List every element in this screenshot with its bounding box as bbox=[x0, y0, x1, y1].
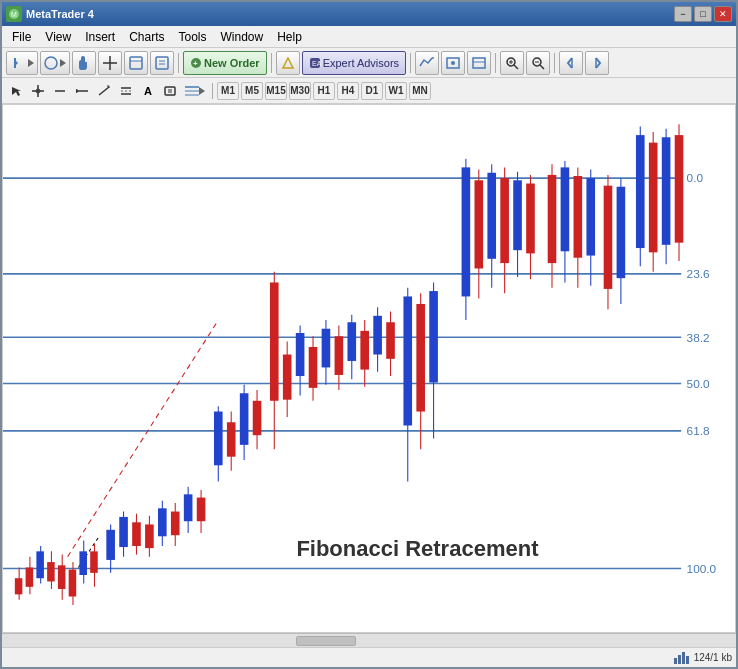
fib-btn[interactable] bbox=[276, 51, 300, 75]
close-button[interactable]: ✕ bbox=[714, 6, 732, 22]
tf-m5[interactable]: M5 bbox=[241, 82, 263, 100]
expert-advisors-button[interactable]: EA Expert Advisors bbox=[302, 51, 406, 75]
toolbar-crosshair-btn[interactable] bbox=[98, 51, 122, 75]
svg-rect-102 bbox=[270, 282, 279, 400]
zoom-out-btn[interactable] bbox=[526, 51, 550, 75]
tf-w1[interactable]: W1 bbox=[385, 82, 407, 100]
svg-line-26 bbox=[540, 65, 544, 69]
toolbar-nav-btn[interactable] bbox=[40, 51, 70, 75]
chart-area[interactable]: 0.0 23.6 38.2 50.0 61.8 100.0 bbox=[2, 104, 736, 633]
menu-window[interactable]: Window bbox=[215, 28, 270, 46]
svg-rect-148 bbox=[604, 186, 613, 289]
svg-rect-74 bbox=[79, 551, 87, 575]
menu-insert[interactable]: Insert bbox=[79, 28, 121, 46]
svg-rect-96 bbox=[227, 422, 236, 456]
toolbar2: A M1 M5 M15 M30 H1 H4 D1 W1 MN bbox=[2, 78, 736, 104]
tf-m30[interactable]: M30 bbox=[289, 82, 311, 100]
toolbar-prop-btn[interactable] bbox=[150, 51, 174, 75]
app-icon: M bbox=[6, 6, 22, 22]
title-bar: M MetaTrader 4 − □ ✕ bbox=[2, 2, 736, 26]
menu-tools[interactable]: Tools bbox=[173, 28, 213, 46]
svg-rect-159 bbox=[674, 658, 677, 664]
window-title: MetaTrader 4 bbox=[26, 8, 94, 20]
toolbar-zoom-btn[interactable] bbox=[124, 51, 148, 75]
menu-charts[interactable]: Charts bbox=[123, 28, 170, 46]
svg-text:+: + bbox=[193, 59, 198, 68]
label-tool[interactable] bbox=[160, 81, 180, 101]
svg-rect-94 bbox=[214, 412, 223, 466]
svg-text:0.0: 0.0 bbox=[687, 171, 704, 185]
scroll-left-btn[interactable] bbox=[559, 51, 583, 75]
tf-h1[interactable]: H1 bbox=[313, 82, 335, 100]
channel-tool[interactable] bbox=[116, 81, 136, 101]
new-order-label: New Order bbox=[204, 57, 260, 69]
chart-title: Fibonacci Retracement bbox=[296, 536, 538, 562]
new-order-button[interactable]: + New Order bbox=[183, 51, 267, 75]
svg-rect-142 bbox=[561, 167, 570, 251]
svg-rect-86 bbox=[158, 508, 167, 536]
text-tool[interactable]: A bbox=[138, 81, 158, 101]
svg-rect-116 bbox=[360, 331, 369, 370]
svg-text:100.0: 100.0 bbox=[687, 562, 717, 576]
svg-rect-92 bbox=[197, 498, 206, 522]
svg-rect-160 bbox=[678, 655, 681, 664]
minimize-button[interactable]: − bbox=[674, 6, 692, 22]
svg-line-22 bbox=[514, 65, 518, 69]
svg-rect-88 bbox=[171, 512, 180, 536]
indicators-btn[interactable] bbox=[415, 51, 439, 75]
svg-rect-154 bbox=[649, 143, 658, 253]
tf-m15[interactable]: M15 bbox=[265, 82, 287, 100]
svg-rect-150 bbox=[617, 187, 626, 278]
maximize-button[interactable]: □ bbox=[694, 6, 712, 22]
zoom-in-btn[interactable] bbox=[500, 51, 524, 75]
arrow-tool[interactable] bbox=[6, 81, 26, 101]
svg-rect-82 bbox=[132, 522, 141, 546]
svg-rect-72 bbox=[69, 570, 77, 597]
line-tool[interactable] bbox=[50, 81, 70, 101]
svg-text:23.6: 23.6 bbox=[687, 267, 710, 281]
scrollbar-thumb[interactable] bbox=[296, 636, 356, 646]
chart-icon bbox=[674, 652, 690, 664]
hline-tool[interactable] bbox=[72, 81, 92, 101]
tf-d1[interactable]: D1 bbox=[361, 82, 383, 100]
toolbar-arrow-btn[interactable] bbox=[6, 51, 38, 75]
main-window: M MetaTrader 4 − □ ✕ FileViewInsertChart… bbox=[0, 0, 738, 669]
svg-rect-134 bbox=[500, 178, 509, 263]
tool-sep-1 bbox=[212, 83, 213, 99]
crosshair-tool[interactable] bbox=[28, 81, 48, 101]
toolbar-sep-1 bbox=[178, 53, 179, 73]
svg-point-35 bbox=[76, 89, 78, 93]
svg-rect-144 bbox=[574, 176, 583, 258]
menu-view[interactable]: View bbox=[39, 28, 77, 46]
svg-rect-98 bbox=[240, 393, 249, 445]
svg-text:50.0: 50.0 bbox=[687, 377, 710, 391]
svg-rect-146 bbox=[586, 178, 595, 255]
svg-rect-64 bbox=[26, 567, 34, 586]
menu-help[interactable]: Help bbox=[271, 28, 308, 46]
svg-rect-112 bbox=[335, 336, 344, 375]
title-bar-left: M MetaTrader 4 bbox=[6, 6, 94, 22]
svg-rect-128 bbox=[462, 167, 471, 296]
svg-rect-158 bbox=[675, 135, 684, 243]
fib-tool[interactable] bbox=[182, 81, 208, 101]
toolbar1: + New Order EA Expert Advisors bbox=[2, 48, 736, 78]
trend-tool[interactable] bbox=[94, 81, 114, 101]
menu-file[interactable]: File bbox=[6, 28, 37, 46]
tf-h4[interactable]: H4 bbox=[337, 82, 359, 100]
toolbar-sep-5 bbox=[554, 53, 555, 73]
svg-rect-2 bbox=[14, 58, 16, 68]
tf-m1[interactable]: M1 bbox=[217, 82, 239, 100]
scroll-right-btn[interactable] bbox=[585, 51, 609, 75]
svg-rect-122 bbox=[403, 296, 412, 425]
tf-mn[interactable]: MN bbox=[409, 82, 431, 100]
objects-btn[interactable] bbox=[441, 51, 465, 75]
menu-bar: FileViewInsertChartsToolsWindowHelp bbox=[2, 26, 736, 48]
toolbar-hand-btn[interactable] bbox=[72, 51, 96, 75]
svg-rect-138 bbox=[526, 184, 535, 254]
expert-advisors-label: Expert Advisors bbox=[323, 57, 399, 69]
svg-rect-90 bbox=[184, 494, 193, 521]
svg-text:38.2: 38.2 bbox=[687, 331, 710, 345]
svg-rect-161 bbox=[682, 652, 685, 664]
scrollbar-horizontal[interactable] bbox=[2, 633, 736, 647]
templates-btn[interactable] bbox=[467, 51, 491, 75]
